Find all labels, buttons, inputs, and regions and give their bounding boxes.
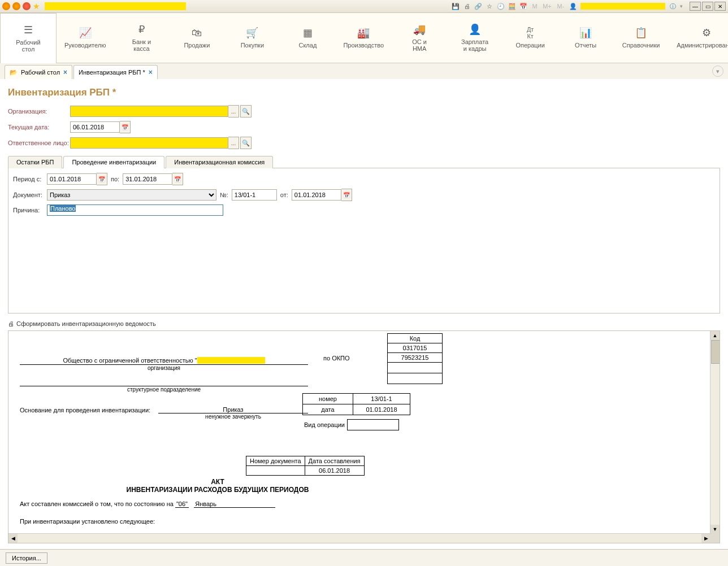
tab-desktop[interactable]: 📂 Рабочий стол ×: [5, 65, 72, 79]
org-name-redacted: [197, 357, 265, 364]
desktop-tab-icon: 📂: [10, 69, 18, 76]
scroll-up-icon[interactable]: ▲: [710, 331, 720, 340]
okpo-label: по ОКПО: [323, 355, 350, 362]
org-input[interactable]: [70, 106, 228, 117]
gear-icon: ⚙: [702, 27, 711, 38]
tool-salary[interactable]: 👤Зарплата и кадры: [447, 13, 502, 63]
document-select[interactable]: Приказ: [47, 189, 216, 201]
org-label: Организация:: [8, 108, 70, 115]
person-icon: 👤: [469, 24, 481, 35]
window-title-redacted: [45, 2, 186, 10]
print-preview: Код 0317015 79523215 по ОКПО Общество с …: [8, 330, 720, 543]
vertical-scrollbar[interactable]: ▲ ▼: [710, 331, 720, 534]
tool-purchases[interactable]: 🛒Покупки: [224, 13, 280, 63]
tool-label: Зарплата и кадры: [461, 38, 488, 52]
org-line: Общество с ограниченной ответственностью…: [20, 357, 308, 365]
ot-date-input[interactable]: [292, 189, 341, 201]
tool-desktop[interactable]: ☰Рабочий стол: [0, 13, 57, 63]
truck-icon: 🚚: [413, 24, 426, 35]
current-date-input[interactable]: [70, 121, 120, 133]
tool-directories[interactable]: 📋Справочники: [613, 13, 669, 63]
tool-label: Справочники: [622, 42, 660, 49]
num-date-table: номер13/01-1 дата01.01.2018: [302, 393, 410, 415]
period-to-label: по:: [111, 176, 119, 182]
ot-label: от:: [280, 191, 288, 198]
tool-label: Покупки: [241, 42, 264, 49]
m-indicator: M: [531, 2, 539, 10]
calc-icon[interactable]: 🧮: [508, 2, 516, 10]
tool-admin[interactable]: ⚙Администрирование: [669, 13, 728, 63]
calendar-button[interactable]: 📅: [120, 121, 131, 133]
form-vedomost-link[interactable]: 🖨 Сформировать инвентаризационную ведомо…: [8, 320, 720, 327]
bag-icon: 🛍: [192, 27, 202, 38]
calendar-button[interactable]: 📅: [97, 173, 107, 185]
footer-bar: История...: [0, 549, 728, 566]
subtab-ost[interactable]: Остатки РБП: [8, 156, 62, 168]
period-to-input[interactable]: [123, 173, 172, 185]
calendar-button[interactable]: 📅: [341, 189, 352, 201]
tool-reports[interactable]: 📊Отчеты: [558, 13, 613, 63]
scroll-left-icon[interactable]: ◀: [8, 534, 18, 543]
tool-assets[interactable]: 🚚ОС и НМА: [392, 13, 447, 63]
tool-manager[interactable]: 📈Руководителю: [57, 13, 114, 63]
calendar-button[interactable]: 📅: [172, 173, 183, 185]
history-button[interactable]: История...: [6, 552, 47, 564]
page-title: Инвентаризация РБП *: [8, 87, 720, 98]
favorite-icon[interactable]: ★: [33, 2, 40, 11]
subtab-kom[interactable]: Инвентаризационная комиссия: [166, 156, 273, 168]
grid-icon: ▦: [303, 27, 313, 38]
scroll-down-icon[interactable]: ▼: [710, 525, 720, 534]
resp-select-button[interactable]: ...: [228, 137, 239, 149]
reason-input[interactable]: Планово: [47, 204, 223, 216]
maximize-button[interactable]: ▭: [702, 2, 713, 11]
menu-icon: ☰: [24, 24, 33, 36]
tool-bank[interactable]: ₽Банк и касса: [114, 13, 169, 63]
tool-production[interactable]: 🏭Производство: [335, 13, 392, 63]
tb-logo-icon: [2, 2, 10, 10]
tab-close-icon[interactable]: ×: [63, 68, 67, 76]
ruble-icon: ₽: [138, 24, 145, 35]
horizontal-scrollbar[interactable]: ◀ ▶: [8, 533, 710, 543]
tool-operations[interactable]: ДтКтОперации: [502, 13, 558, 63]
tool-label: Банк и касса: [132, 38, 151, 52]
factory-icon: 🏭: [357, 27, 370, 38]
tool-label: Отчеты: [575, 42, 596, 49]
document-tabs: 📂 Рабочий стол × Инвентаризация РБП * × …: [0, 63, 728, 79]
period-from-input[interactable]: [47, 173, 97, 185]
print-small-icon: 🖨: [8, 320, 14, 327]
mminus-indicator: M-: [556, 2, 566, 10]
tabs-more-icon[interactable]: ▾: [712, 66, 723, 77]
dtkl-icon: ДтКт: [527, 27, 534, 38]
calendar-icon[interactable]: 📅: [519, 2, 527, 10]
tb-down-icon[interactable]: [12, 2, 20, 10]
tool-warehouse[interactable]: ▦Склад: [280, 13, 335, 63]
print-icon[interactable]: 🖨: [463, 2, 471, 10]
user-name-redacted: [580, 3, 665, 10]
resp-search-button[interactable]: 🔍: [240, 137, 252, 149]
save-icon[interactable]: 💾: [452, 2, 460, 10]
scroll-right-icon[interactable]: ▶: [701, 534, 710, 543]
tab-close-icon[interactable]: ×: [149, 68, 153, 76]
tab-inventory[interactable]: Инвентаризация РБП * ×: [73, 65, 158, 79]
star2-icon[interactable]: ☆: [486, 2, 493, 10]
link-icon[interactable]: 🔗: [474, 2, 482, 10]
org-search-button[interactable]: 🔍: [240, 105, 252, 117]
info-icon[interactable]: ⓘ: [669, 2, 677, 10]
resp-input[interactable]: [70, 137, 228, 149]
tb-close-small-icon[interactable]: [23, 2, 31, 10]
resp-label: Ответственное лицо:: [8, 140, 70, 146]
clock-icon[interactable]: 🕘: [497, 2, 505, 10]
scroll-thumb[interactable]: [711, 340, 720, 364]
tool-label: Склад: [298, 42, 317, 49]
org-select-button[interactable]: ...: [228, 105, 239, 117]
subtabs: Остатки РБП Проведение инвентаризации Ин…: [8, 156, 720, 168]
subtab-prov[interactable]: Проведение инвентаризации: [63, 156, 164, 168]
book-icon: 📋: [635, 27, 647, 38]
close-button[interactable]: ✕: [714, 2, 726, 11]
date-label: Текущая дата:: [8, 124, 70, 130]
chart-icon: 📈: [79, 27, 92, 38]
number-input[interactable]: [232, 189, 277, 201]
code-table: Код 0317015 79523215: [387, 333, 443, 384]
tool-sales[interactable]: 🛍Продажи: [169, 13, 224, 63]
minimize-button[interactable]: —: [690, 2, 701, 11]
